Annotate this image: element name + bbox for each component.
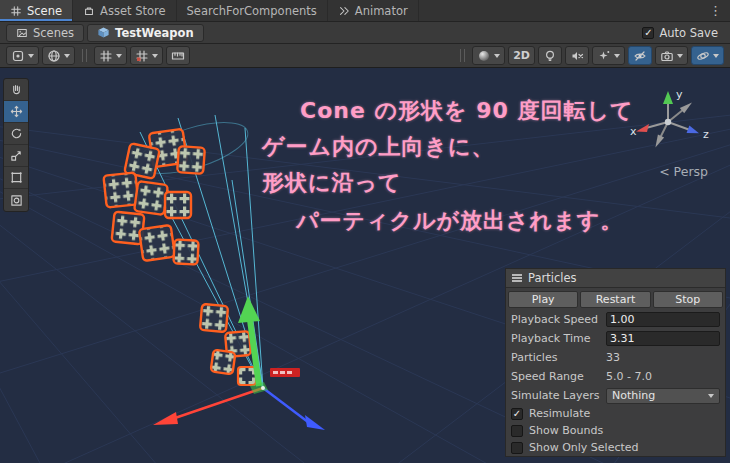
speed-range-label: Speed Range <box>511 370 606 383</box>
move-gizmo-x-axis <box>175 388 263 418</box>
tab-animator-label: Animator <box>355 4 408 18</box>
gizmos-orbit-button[interactable] <box>691 46 724 65</box>
scale-tool-button[interactable] <box>4 145 28 167</box>
asset-store-icon <box>83 5 95 17</box>
move-icon <box>10 105 23 118</box>
pivot-orientation-button[interactable] <box>42 46 75 65</box>
shading-mode-button[interactable] <box>472 46 505 65</box>
particle-count-row: Particles 33 <box>506 348 725 367</box>
emitter-origin-point <box>261 386 265 390</box>
particle-sprites <box>103 129 256 385</box>
tab-search-for-components[interactable]: SearchForComponents <box>177 0 328 21</box>
tool-settings-button[interactable] <box>6 46 39 65</box>
rect-tool-icon <box>10 171 23 184</box>
tab-asset-store[interactable]: Asset Store <box>73 0 177 21</box>
tab-scene-label: Scene <box>27 4 62 18</box>
resimulate-checkbox[interactable]: ✓ <box>511 408 523 420</box>
2d-mode-label: 2D <box>513 49 530 62</box>
scenes-breadcrumb-tab[interactable]: Scenes <box>6 24 84 42</box>
dropdown-caret-icon <box>64 54 70 58</box>
scenes-breadcrumb-label: Scenes <box>33 26 74 40</box>
playback-time-input[interactable] <box>606 331 720 346</box>
show-only-selected-checkbox[interactable] <box>511 442 523 454</box>
2d-mode-button[interactable]: 2D <box>508 46 535 65</box>
axis-x-label: x <box>630 125 637 138</box>
speed-range-row: Speed Range 5.0 - 7.0 <box>506 367 725 386</box>
grid-snap-icon <box>135 49 149 63</box>
move-tool-button[interactable] <box>4 101 28 123</box>
simulate-layers-label: Simulate Layers <box>511 389 606 402</box>
pane-menu-icon <box>512 277 522 279</box>
globe-icon <box>47 49 61 63</box>
scene-visibility-button[interactable] <box>628 46 652 65</box>
tab-overflow-button[interactable]: ⋮ <box>701 0 730 21</box>
resimulate-row[interactable]: ✓ Resimulate <box>506 405 725 422</box>
show-bounds-checkbox[interactable] <box>511 425 523 437</box>
axis-y-handle <box>663 91 673 104</box>
dropdown-caret-icon <box>116 54 122 58</box>
hand-tool-button[interactable] <box>4 79 28 101</box>
simulate-layers-dropdown[interactable]: Nothing <box>606 388 720 404</box>
animator-icon <box>338 5 350 17</box>
playback-time-row: Playback Time <box>506 329 725 348</box>
dropdown-caret-icon <box>708 394 714 398</box>
projection-toggle[interactable]: < Persp <box>659 164 708 179</box>
show-bounds-row[interactable]: Show Bounds <box>506 422 725 439</box>
particle-panel-header[interactable]: Particles <box>506 269 725 288</box>
scene-sub-bar: Scenes TestWeapon ✓ Auto Save <box>0 22 730 44</box>
rotate-icon <box>10 127 23 140</box>
gizmo-center-handle <box>665 119 671 125</box>
toolbar-separator <box>82 49 87 62</box>
move-gizmo-x-cone <box>153 412 178 425</box>
move-gizmo-z-axis <box>263 388 308 422</box>
auto-save-label: Auto Save <box>659 26 718 40</box>
simulate-layers-row: Simulate Layers Nothing <box>506 386 725 405</box>
scene-effects-button[interactable] <box>592 46 625 65</box>
scene-view-toolbar: 2D <box>0 44 730 68</box>
particle-effect-panel: Particles Play Restart Stop Playback Spe… <box>505 268 726 457</box>
move-gizmo-z-cone <box>305 415 325 430</box>
tab-animator[interactable]: Animator <box>328 0 419 21</box>
play-button[interactable]: Play <box>508 291 578 308</box>
auto-save-toggle[interactable]: ✓ Auto Save <box>642 26 727 40</box>
move-gizmo[interactable] <box>153 296 325 430</box>
show-bounds-label: Show Bounds <box>529 424 603 437</box>
prefab-cube-icon <box>97 26 110 39</box>
tab-asset-store-label: Asset Store <box>100 4 166 18</box>
transform-tool-button[interactable] <box>4 189 28 211</box>
scene-camera-button[interactable] <box>655 46 688 65</box>
tab-search-for-components-label: SearchForComponents <box>187 4 317 18</box>
scene-lighting-button[interactable] <box>538 46 562 65</box>
stop-button[interactable]: Stop <box>653 291 723 308</box>
scene-viewport[interactable]: y x z Cone の形状を 90 度回転して ゲーム内の上向きに、 形状に沿… <box>0 68 730 463</box>
dropdown-caret-icon <box>152 54 158 58</box>
scene-asset-icon <box>16 27 28 39</box>
particle-sprite <box>103 172 138 207</box>
dock-tab-bar: Scene Asset Store SearchForComponents An… <box>0 0 730 22</box>
scene-audio-button[interactable] <box>565 46 589 65</box>
axis-y-label: y <box>676 88 683 101</box>
orbit-icon <box>696 49 710 63</box>
restart-button[interactable]: Restart <box>580 291 650 308</box>
grid-visibility-button[interactable] <box>94 46 127 65</box>
rect-tool-button[interactable] <box>4 167 28 189</box>
tool-strip <box>3 78 29 212</box>
particle-sprite <box>177 146 205 174</box>
dropdown-caret-icon <box>677 54 683 58</box>
snap-increment-button[interactable] <box>166 46 190 65</box>
hand-icon <box>10 83 23 96</box>
resimulate-label: Resimulate <box>529 407 590 420</box>
playback-speed-input[interactable] <box>606 312 720 327</box>
toolbar-right-group: 2D <box>456 46 724 65</box>
show-only-selected-row[interactable]: Show Only Selected <box>506 439 725 456</box>
rotate-tool-button[interactable] <box>4 123 28 145</box>
tab-scene[interactable]: Scene <box>0 0 73 21</box>
dropdown-caret-icon <box>713 54 719 58</box>
orientation-gizmo[interactable]: y x z <box>630 88 709 148</box>
unity-editor-window: Scene Asset Store SearchForComponents An… <box>0 0 730 463</box>
auto-save-checkbox[interactable]: ✓ <box>642 27 654 39</box>
grid-snapping-button[interactable] <box>130 46 163 65</box>
open-scene-tab[interactable]: TestWeapon <box>87 24 204 42</box>
particle-sprite <box>238 367 256 385</box>
emitter-label-sprite <box>270 368 300 377</box>
